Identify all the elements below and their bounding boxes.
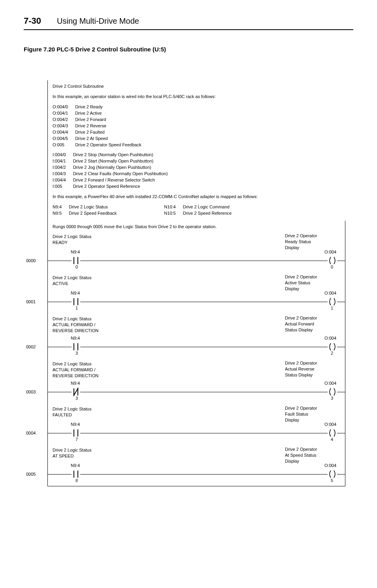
- coil-label: Drive 2 OperatorReady StatusDisplay: [285, 233, 340, 251]
- map-addr: N10:5: [164, 210, 183, 217]
- contact-address: N9:4: [71, 336, 80, 340]
- io-addr: O:004/1: [53, 110, 75, 117]
- io-desc: Drive 2 Clear Faults (Normally Open Push…: [73, 171, 175, 177]
- coil-label: Drive 2 OperatorFault StatusDisplay: [285, 405, 340, 423]
- intro-block: Drive 2 Control Subroutine In this examp…: [47, 80, 345, 221]
- map-desc: Drive 2 Logic Status: [69, 204, 164, 210]
- io-desc: Drive 2 Start (Normally Open Pushbutton): [73, 158, 175, 164]
- map-addr: N9:5: [53, 210, 69, 217]
- rung-number: 0004: [26, 431, 36, 435]
- intro-mapping-table: N9:4Drive 2 Logic StatusN10:4Drive 2 Log…: [53, 204, 239, 217]
- map-desc: Drive 2 Speed Reference: [183, 210, 239, 217]
- coil-bit: 5: [331, 478, 333, 483]
- output-coil-icon: [328, 256, 337, 265]
- xic-contact-icon: [72, 256, 80, 265]
- io-addr: O:004/2: [53, 117, 75, 123]
- page-header: 7-30 Using Multi-Drive Mode: [24, 16, 353, 30]
- rung-intro-text: Rungs 0000 through 0005 move the Logic S…: [47, 221, 345, 231]
- contact-bit: 3: [75, 351, 78, 355]
- output-coil-icon: [328, 342, 337, 351]
- coil-bit: 1: [331, 306, 333, 310]
- contact-address: N9:4: [71, 381, 80, 386]
- output-coil-icon: [328, 429, 337, 437]
- coil-address: O:004: [324, 463, 336, 468]
- io-addr: O:004/3: [53, 123, 75, 129]
- xic-contact-icon: [72, 429, 80, 437]
- coil-address: O:004: [324, 381, 336, 386]
- io-desc: Drive 2 Forward: [75, 117, 149, 123]
- io-desc: Drive 2 Jog (Normally Open Pushbutton): [73, 164, 175, 171]
- io-addr: I:004/1: [53, 158, 73, 164]
- coil-bit: 3: [331, 396, 333, 401]
- coil-label: Drive 2 OperatorActual ReverseStatus Dis…: [285, 360, 340, 378]
- xio-contact-icon: [72, 388, 80, 396]
- intro-wired-text: In this example, an operator station is …: [53, 94, 341, 100]
- io-addr: I:004/3: [53, 171, 73, 177]
- coil-bit: 4: [331, 437, 333, 442]
- contact-address: N9:4: [71, 250, 80, 254]
- rung-number: 0005: [26, 472, 36, 476]
- contact-bit: 0: [75, 265, 78, 269]
- section-title: Using Multi-Drive Mode: [57, 17, 353, 26]
- io-addr: O:004/0: [53, 104, 75, 110]
- io-addr: I:004/2: [53, 164, 73, 171]
- io-addr: O:004/5: [53, 136, 75, 142]
- io-desc: Drive 2 At Speed: [75, 136, 149, 142]
- io-desc: Drive 2 Operator Speed Reference: [73, 183, 175, 190]
- coil-label: Drive 2 OperatorActual ForwardStatus Dis…: [285, 315, 340, 333]
- contact-label: Drive 2 Logic StatusACTIVE: [53, 275, 132, 287]
- output-coil-icon: [328, 388, 337, 396]
- io-desc: Drive 2 Stop (Normally Open Pushbutton): [73, 152, 175, 158]
- io-desc: Drive 2 Faulted: [75, 129, 149, 136]
- map-desc: Drive 2 Speed Feedback: [69, 210, 164, 217]
- coil-label: Drive 2 OperatorActive StatusDisplay: [285, 274, 340, 292]
- contact-bit: 7: [75, 437, 78, 442]
- io-desc: Drive 2 Ready: [75, 104, 149, 110]
- coil-address: O:004: [324, 291, 336, 295]
- contact-label: Drive 2 Logic StatusFAULTED: [53, 406, 132, 418]
- xic-contact-icon: [72, 297, 80, 306]
- coil-bit: 2: [331, 351, 333, 355]
- contact-label: Drive 2 Logic StatusACTUAL FORWARD /REVE…: [53, 361, 132, 379]
- intro-title: Drive 2 Control Subroutine: [53, 83, 341, 90]
- io-desc: Drive 2 Operator Speed Feedback: [75, 142, 149, 148]
- io-addr: I:004/0: [53, 152, 73, 158]
- map-addr: N10:4: [164, 204, 183, 210]
- coil-bit: 0: [331, 265, 333, 269]
- output-coil-icon: [328, 297, 337, 306]
- io-addr: I:005: [53, 183, 73, 190]
- io-desc: Drive 2 Forward / Reverse Selector Switc…: [73, 177, 175, 183]
- contact-label: Drive 2 Logic StatusREADY: [53, 234, 132, 246]
- map-desc: Drive 2 Logic Command: [183, 204, 239, 210]
- intro-mapped-text: In this example, a PowerFlex 40 drive wi…: [53, 194, 341, 200]
- output-coil-icon: [328, 470, 337, 478]
- page-number: 7-30: [24, 16, 41, 26]
- contact-label: Drive 2 Logic StatusAT SPEED: [53, 447, 132, 459]
- io-addr: O:004/4: [53, 129, 75, 136]
- intro-output-table: O:004/0Drive 2 ReadyO:004/1Drive 2 Activ…: [53, 104, 149, 148]
- xic-contact-icon: [72, 470, 80, 478]
- io-desc: Drive 2 Reverse: [75, 123, 149, 129]
- coil-address: O:004: [324, 336, 336, 340]
- io-desc: Drive 2 Active: [75, 110, 149, 117]
- io-addr: I:004/4: [53, 177, 73, 183]
- rung-number: 0001: [26, 299, 36, 304]
- rung-number: 0000: [26, 258, 36, 263]
- contact-bit: 1: [75, 306, 78, 310]
- contact-address: N9:4: [71, 422, 80, 427]
- coil-label: Drive 2 OperatorAt Speed StatusDisplay: [285, 446, 340, 464]
- io-addr: O:005: [53, 142, 75, 148]
- coil-address: O:004: [324, 422, 336, 427]
- map-addr: N9:4: [53, 204, 69, 210]
- rung-number: 0002: [26, 344, 36, 349]
- contact-bit: 3: [75, 396, 78, 401]
- intro-input-table: I:004/0Drive 2 Stop (Normally Open Pushb…: [53, 152, 175, 190]
- figure-caption: Figure 7.20 PLC-5 Drive 2 Control Subrou…: [24, 46, 353, 53]
- xic-contact-icon: [72, 342, 80, 351]
- contact-address: N9:4: [71, 291, 80, 295]
- contact-label: Drive 2 Logic StatusACTUAL FORWARD /REVE…: [53, 316, 132, 334]
- rung-number: 0003: [26, 389, 36, 394]
- coil-address: O:004: [324, 250, 336, 254]
- contact-address: N9:4: [71, 463, 80, 468]
- contact-bit: 8: [75, 478, 78, 483]
